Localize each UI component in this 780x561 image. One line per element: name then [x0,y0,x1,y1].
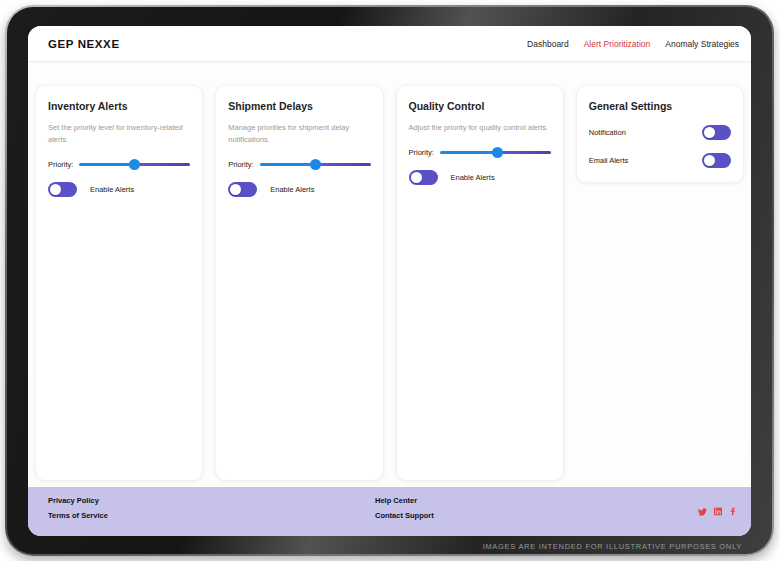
priority-slider[interactable] [440,147,551,158]
toggle-knob [704,155,715,166]
card-description: Adjust the priority for quality control … [409,122,551,134]
card-title: General Settings [589,100,731,112]
settings-label: Notification [589,128,626,137]
priority-label: Priority: [409,148,434,157]
toggle-knob [411,172,422,183]
tablet-device-frame: GEP NEXXE Dashboard Alert Prioritization… [5,5,774,556]
toggle-knob [704,127,715,138]
toggle-knob [50,184,61,195]
linkedin-icon[interactable] [714,508,722,516]
app-header: GEP NEXXE Dashboard Alert Prioritization… [28,26,751,62]
card-general-settings: General Settings Notification Email Aler… [576,85,744,183]
priority-row: Priority: [228,159,370,170]
toggle-row: Enable Alerts [48,182,190,197]
email-alerts-toggle[interactable] [702,153,731,168]
illustrative-disclaimer: IMAGES ARE INTENDED FOR ILLUSTRATIVE PUR… [483,542,742,551]
enable-alerts-toggle[interactable] [48,182,77,197]
toggle-row: Enable Alerts [228,182,370,197]
footer-links-middle: Help Center Contact Support [375,496,434,520]
contact-support-link[interactable]: Contact Support [375,511,434,520]
toggle-label: Enable Alerts [270,185,314,194]
toggle-knob [230,184,241,195]
slider-track-active [260,163,315,166]
logo-gep-nexxe: GEP NEXXE [48,38,120,50]
toggle-label: Enable Alerts [90,185,134,194]
slider-track-inactive [498,151,551,154]
settings-row-notification: Notification [589,125,731,140]
terms-of-service-link[interactable]: Terms of Service [48,511,108,520]
help-center-link[interactable]: Help Center [375,496,434,505]
privacy-policy-link[interactable]: Privacy Policy [48,496,108,505]
slider-track-inactive [315,163,370,166]
priority-row: Priority: [48,159,190,170]
card-title: Shipment Delays [228,100,370,112]
priority-row: Priority: [409,147,551,158]
priority-label: Priority: [228,160,253,169]
card-title: Inventory Alerts [48,100,190,112]
enable-alerts-toggle[interactable] [228,182,257,197]
app-footer: Privacy Policy Terms of Service Help Cen… [28,487,751,536]
nav-dashboard[interactable]: Dashboard [527,39,569,49]
tablet-bezel: GEP NEXXE Dashboard Alert Prioritization… [7,7,772,554]
footer-links-left: Privacy Policy Terms of Service [48,496,108,520]
notification-toggle[interactable] [702,125,731,140]
social-links [698,507,737,516]
card-shipment-delays: Shipment Delays Manage priorities for sh… [215,85,383,481]
slider-track-active [440,151,498,154]
card-inventory-alerts: Inventory Alerts Set the priority level … [35,85,203,481]
main-content: Inventory Alerts Set the priority level … [28,62,751,487]
nav-alert-prioritization[interactable]: Alert Prioritization [584,39,651,49]
priority-slider[interactable] [260,159,371,170]
card-title: Quality Control [409,100,551,112]
twitter-icon[interactable] [698,507,707,516]
priority-label: Priority: [48,160,73,169]
slider-track-active [79,163,134,166]
slider-thumb[interactable] [129,159,140,170]
priority-slider[interactable] [79,159,190,170]
card-description: Manage priorities for shipment delay not… [228,122,370,146]
facebook-icon[interactable] [729,508,737,516]
card-quality-control: Quality Control Adjust the priority for … [396,85,564,481]
enable-alerts-toggle[interactable] [409,170,438,185]
settings-label: Email Alerts [589,156,629,165]
toggle-row: Enable Alerts [409,170,551,185]
card-description: Set the priority level for inventory-rel… [48,122,190,146]
app-screen: GEP NEXXE Dashboard Alert Prioritization… [28,26,751,536]
slider-track-inactive [135,163,190,166]
nav-anomaly-strategies[interactable]: Anomaly Strategies [665,39,739,49]
toggle-label: Enable Alerts [451,173,495,182]
top-nav: Dashboard Alert Prioritization Anomaly S… [527,39,739,49]
slider-thumb[interactable] [492,147,503,158]
slider-thumb[interactable] [310,159,321,170]
settings-row-email-alerts: Email Alerts [589,153,731,168]
